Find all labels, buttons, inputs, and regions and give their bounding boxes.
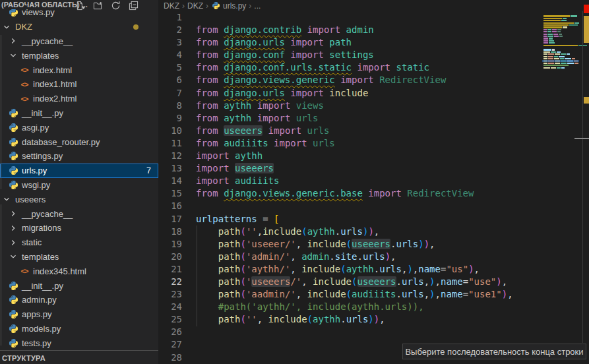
- line-number[interactable]: 25: [158, 313, 182, 326]
- line-number[interactable]: 8: [158, 100, 182, 112]
- tree-item-DKZ[interactable]: DKZ: [0, 20, 158, 34]
- code-text: path('aadmin/', include(audiiits.urls,),…: [196, 288, 513, 301]
- line-number[interactable]: 1: [158, 11, 182, 24]
- code-line-12[interactable]: 12import aythh: [158, 150, 580, 162]
- code-line-8[interactable]: 8from aythh import views: [158, 100, 580, 112]
- tree-item-migrations[interactable]: migrations: [0, 221, 158, 235]
- line-number[interactable]: 13: [158, 162, 182, 175]
- line-number[interactable]: 20: [158, 251, 182, 263]
- line-number[interactable]: 21: [158, 263, 182, 276]
- chevron-right-icon: [8, 238, 18, 247]
- tree-item-label: index1.html: [33, 79, 77, 89]
- tree-item-urls-py[interactable]: urls.py7: [0, 164, 158, 178]
- line-number[interactable]: 3: [158, 36, 182, 49]
- line-number[interactable]: 22: [158, 276, 182, 288]
- tree-item-tests-py[interactable]: tests.py: [0, 336, 158, 350]
- code-line-17[interactable]: 17urlpatterns = [: [158, 213, 580, 226]
- line-number[interactable]: 19: [158, 238, 182, 251]
- code-line-5[interactable]: 5from django.conf.urls.static import sta…: [158, 61, 580, 74]
- tree-item--pycache-[interactable]: __pycache__: [0, 206, 158, 221]
- line-number[interactable]: 28: [158, 351, 182, 364]
- tree-item--pycache-[interactable]: __pycache__: [0, 34, 158, 49]
- tree-item-admin-py[interactable]: admin.py: [0, 293, 158, 307]
- tree-item-apps-py[interactable]: apps.py: [0, 307, 158, 322]
- breadcrumb-item[interactable]: ...: [254, 1, 261, 11]
- new-file-button[interactable]: [75, 1, 85, 12]
- line-number[interactable]: 26: [158, 326, 182, 338]
- breadcrumb-item[interactable]: urls.py: [211, 1, 246, 11]
- line-number[interactable]: 24: [158, 301, 182, 313]
- line-number[interactable]: 2: [158, 24, 182, 36]
- refresh-explorer-button[interactable]: [110, 1, 121, 12]
- code-line-24[interactable]: 24 #path('aythh/', include(aythh.urls)),: [158, 301, 580, 313]
- tree-item-useeers[interactable]: useeers: [0, 192, 158, 206]
- tree-item-index1-html[interactable]: <>index1.html: [0, 77, 158, 92]
- tree-item-models-py[interactable]: models.py: [0, 322, 158, 336]
- code-text: #path('aythh/', include(aythh.urls)),: [196, 301, 424, 313]
- chevron-down-icon: [8, 51, 18, 60]
- line-number[interactable]: 27: [158, 338, 182, 351]
- line-number[interactable]: 23: [158, 288, 182, 301]
- line-number[interactable]: 12: [158, 150, 182, 162]
- line-number[interactable]: 4: [158, 49, 182, 61]
- eol-tooltip: Выберите последовательность конца строки: [402, 344, 586, 359]
- line-number[interactable]: 16: [158, 200, 182, 212]
- minimap[interactable]: [542, 11, 579, 341]
- line-number[interactable]: 15: [158, 187, 182, 200]
- code-line-10[interactable]: 10from useeers import urls: [158, 125, 580, 137]
- code-line-1[interactable]: 1: [158, 11, 580, 24]
- code-line-22[interactable]: 22 path('useeers/', include(useeers.urls…: [158, 276, 580, 288]
- tree-item-index345-html[interactable]: <>index345.html: [0, 264, 158, 278]
- line-number[interactable]: 6: [158, 74, 182, 86]
- code-line-23[interactable]: 23 path('aadmin/', include(audiiits.urls…: [158, 288, 580, 301]
- python-icon: [8, 281, 18, 291]
- line-number[interactable]: 7: [158, 87, 182, 100]
- code-line-7[interactable]: 7from django.urls import include: [158, 87, 580, 100]
- line-number[interactable]: 17: [158, 213, 182, 226]
- overview-ruler[interactable]: [574, 0, 589, 364]
- code-line-25[interactable]: 25 path('', include(aythh.urls)),: [158, 313, 580, 326]
- tree-item--init-py[interactable]: __init__.py: [0, 278, 158, 293]
- html-icon: <>: [19, 95, 30, 103]
- minimap-current-line-highlight: [542, 60, 579, 62]
- tree-item-index2-html[interactable]: <>index2.html: [0, 92, 158, 106]
- code-area[interactable]: 12from django.contrib import admin3from …: [158, 11, 580, 364]
- code-line-14[interactable]: 14import audiiits: [158, 175, 580, 187]
- code-line-19[interactable]: 19 path('useeer/', include(useeers.urls)…: [158, 238, 580, 251]
- collapse-folders-button[interactable]: [128, 1, 139, 12]
- python-icon: [8, 137, 18, 147]
- code-line-20[interactable]: 20 path('admin/', admin.site.urls),: [158, 251, 580, 263]
- code-line-4[interactable]: 4from django.conf import settings: [158, 49, 580, 61]
- line-number[interactable]: 5: [158, 61, 182, 74]
- line-number[interactable]: 9: [158, 112, 182, 125]
- line-number[interactable]: 11: [158, 137, 182, 150]
- line-number[interactable]: 10: [158, 125, 182, 137]
- tree-item-index-html[interactable]: <>index.html: [0, 63, 158, 77]
- code-line-9[interactable]: 9from aythh import urls: [158, 112, 580, 125]
- tree-item-database-roouter-py[interactable]: database_roouter.py: [0, 135, 158, 149]
- tree-item-wsgi-py[interactable]: wsgi.py: [0, 178, 158, 193]
- tree-item-asgi-py[interactable]: asgi.py: [0, 120, 158, 135]
- code-line-2[interactable]: 2from django.contrib import admin: [158, 24, 580, 36]
- code-line-3[interactable]: 3from django.urls import path: [158, 36, 580, 49]
- tree-item-static[interactable]: static: [0, 235, 158, 250]
- tree-item-templates[interactable]: templates: [0, 250, 158, 264]
- code-line-26[interactable]: 26: [158, 326, 580, 338]
- code-line-18[interactable]: 18 path('',include(aythh.urls)),: [158, 226, 580, 238]
- code-line-13[interactable]: 13import useeers: [158, 162, 580, 175]
- code-line-21[interactable]: 21 path('aythh/', include(aythh.urls,),n…: [158, 263, 580, 276]
- outline-section-header[interactable]: СТРУКТУРА: [0, 350, 158, 364]
- line-number[interactable]: 14: [158, 175, 182, 187]
- code-line-11[interactable]: 11from audiiits import urls: [158, 137, 580, 150]
- breadcrumb-item[interactable]: DKZ: [164, 1, 179, 11]
- code-line-15[interactable]: 15from django.views.generic.base import …: [158, 187, 580, 200]
- tree-item-settings-py[interactable]: settings.py: [0, 149, 158, 164]
- code-line-16[interactable]: 16: [158, 200, 580, 212]
- new-folder-button[interactable]: [92, 1, 103, 12]
- line-number[interactable]: 18: [158, 226, 182, 238]
- tree-item-templates[interactable]: templates: [0, 48, 158, 63]
- breadcrumb-item[interactable]: DKZ: [187, 1, 203, 11]
- tree-item--init-py[interactable]: __init__.py: [0, 106, 158, 121]
- code-text: path('useeer/', include(useeers.urls)),: [196, 238, 435, 251]
- code-line-6[interactable]: 6from django.views.generic import Redire…: [158, 74, 580, 86]
